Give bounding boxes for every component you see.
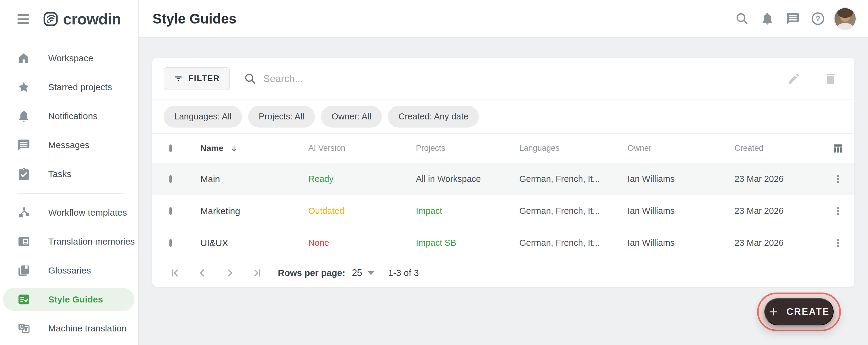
sidebar-item-tasks[interactable]: Tasks xyxy=(0,160,138,189)
svg-text:G: G xyxy=(20,324,24,330)
chip-created[interactable]: Created: Any date xyxy=(388,106,479,127)
column-header-languages[interactable]: Languages xyxy=(519,144,627,153)
select-all-checkbox[interactable] xyxy=(169,144,172,152)
style-guide-name: UI&UX xyxy=(200,238,308,248)
sidebar-item-label: Starred projects xyxy=(48,82,112,92)
column-header-created[interactable]: Created xyxy=(735,144,821,153)
sidebar: crowdin Workspace Starred projects xyxy=(0,0,138,345)
languages-value: German, French, It... xyxy=(519,206,627,216)
search-field xyxy=(244,73,786,85)
crowdin-logo[interactable]: crowdin xyxy=(43,10,121,28)
sidebar-item-translation-memories[interactable]: Translation memories xyxy=(0,227,138,256)
messages-icon[interactable] xyxy=(785,11,800,26)
created-value: 23 Mar 2026 xyxy=(735,174,821,184)
topbar: Style Guides ? xyxy=(138,0,868,38)
row-menu-icon[interactable] xyxy=(821,163,855,195)
sidebar-nav: Workspace Starred projects Notifications… xyxy=(0,38,138,343)
sidebar-item-label: Workflow templates xyxy=(48,207,127,218)
last-page-icon[interactable] xyxy=(250,266,264,280)
languages-value: German, French, It... xyxy=(519,238,627,248)
table-row[interactable]: UI&UX None Impact SB German, French, It.… xyxy=(152,227,855,259)
chip-languages[interactable]: Languages: All xyxy=(164,106,242,127)
row-menu-icon[interactable] xyxy=(821,195,855,227)
project-link[interactable]: Impact xyxy=(416,206,519,216)
crowdin-logo-text: crowdin xyxy=(63,10,121,28)
chip-projects[interactable]: Projects: All xyxy=(248,106,315,127)
next-page-icon[interactable] xyxy=(223,266,236,280)
filter-button[interactable]: FILTER xyxy=(164,67,230,90)
pagination-range: 1-3 of 3 xyxy=(388,268,419,278)
create-button[interactable]: CREATE xyxy=(764,298,834,325)
sidebar-item-notifications[interactable]: Notifications xyxy=(0,102,138,131)
sidebar-item-style-guides[interactable]: Style Guides xyxy=(0,285,138,314)
sidebar-divider xyxy=(17,193,124,194)
machine-translation-icon: G xyxy=(17,321,31,335)
table-header: Name AI Version Projects Languages Owner… xyxy=(152,134,855,163)
ai-version-status: Outdated xyxy=(308,206,416,216)
message-icon xyxy=(17,138,31,152)
svg-text:?: ? xyxy=(815,14,820,23)
edit-icon[interactable] xyxy=(786,71,801,86)
page-title: Style Guides xyxy=(153,10,237,27)
create-button-label: CREATE xyxy=(786,307,830,317)
first-page-icon[interactable] xyxy=(169,266,182,280)
chevron-down-icon[interactable] xyxy=(368,271,374,275)
projects-value: All in Workspace xyxy=(416,174,519,184)
languages-value: German, French, It... xyxy=(519,174,627,184)
home-icon xyxy=(17,51,31,65)
sidebar-item-workspace[interactable]: Workspace xyxy=(0,44,138,73)
search-field-icon xyxy=(244,73,256,85)
created-value: 23 Mar 2026 xyxy=(735,238,821,248)
sidebar-item-messages[interactable]: Messages xyxy=(0,131,138,160)
sidebar-item-label: Translation memories xyxy=(48,236,135,247)
owner-value: Ian Williams xyxy=(627,174,735,184)
style-guides-icon xyxy=(17,292,31,307)
glossary-icon xyxy=(17,264,31,278)
filter-chips-row: Languages: All Projects: All Owner: All … xyxy=(152,100,855,133)
column-header-name[interactable]: Name xyxy=(200,144,308,153)
plus-icon xyxy=(768,307,779,317)
owner-value: Ian Williams xyxy=(627,238,735,248)
table-toolbar: FILTER xyxy=(152,58,855,99)
table-row[interactable]: Main Ready All in Workspace German, Fren… xyxy=(152,163,855,195)
sidebar-item-starred-projects[interactable]: Starred projects xyxy=(0,73,138,102)
delete-icon[interactable] xyxy=(823,71,838,86)
created-value: 23 Mar 2026 xyxy=(735,206,821,216)
menu-toggle-icon[interactable] xyxy=(18,14,29,24)
help-icon[interactable]: ? xyxy=(811,11,825,26)
bell-icon xyxy=(17,109,31,123)
column-header-ai-version[interactable]: AI Version xyxy=(308,144,416,153)
chip-owner[interactable]: Owner: All xyxy=(321,106,382,127)
table-row[interactable]: Marketing Outdated Impact German, French… xyxy=(152,195,855,227)
row-checkbox[interactable] xyxy=(169,239,172,247)
row-checkbox[interactable] xyxy=(169,207,172,215)
style-guide-name: Main xyxy=(200,174,308,184)
main-content: FILTER Languages: All P xyxy=(138,38,868,345)
row-checkbox[interactable] xyxy=(169,175,172,183)
project-link[interactable]: Impact SB xyxy=(416,238,519,248)
sidebar-item-glossaries[interactable]: Glossaries xyxy=(0,256,138,285)
create-button-highlight: CREATE xyxy=(757,292,841,331)
rows-per-page-label: Rows per page: xyxy=(278,268,345,278)
translation-memory-icon xyxy=(17,235,31,249)
workflow-icon xyxy=(17,206,31,220)
notifications-icon[interactable] xyxy=(760,11,775,26)
sidebar-item-label: Tasks xyxy=(48,169,71,179)
star-icon xyxy=(17,80,31,94)
filter-button-label: FILTER xyxy=(188,74,220,83)
sidebar-item-machine-translation[interactable]: G Machine translation xyxy=(0,314,138,343)
search-icon[interactable] xyxy=(735,11,749,26)
filter-icon xyxy=(174,74,183,83)
row-menu-icon[interactable] xyxy=(821,227,855,259)
sidebar-item-workflow-templates[interactable]: Workflow templates xyxy=(0,198,138,227)
column-header-projects[interactable]: Projects xyxy=(416,144,519,153)
columns-settings-icon[interactable] xyxy=(821,142,855,155)
column-header-owner[interactable]: Owner xyxy=(627,144,735,153)
search-input[interactable] xyxy=(263,73,534,84)
previous-page-icon[interactable] xyxy=(196,266,209,280)
sort-desc-icon xyxy=(230,144,238,152)
user-avatar[interactable] xyxy=(834,7,857,30)
sidebar-item-label: Workspace xyxy=(48,53,93,63)
rows-per-page-select[interactable]: 25 xyxy=(352,267,362,278)
style-guides-card: FILTER Languages: All P xyxy=(152,58,855,287)
